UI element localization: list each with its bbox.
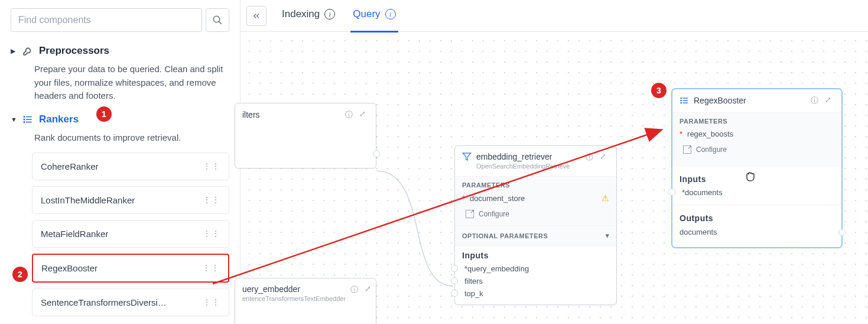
chevron-down-icon: ▼	[11, 116, 17, 123]
warning-icon[interactable]: ⚠	[602, 193, 609, 203]
input-port[interactable]	[668, 189, 675, 196]
drag-handle-icon[interactable]: ⋮⋮	[202, 265, 220, 270]
drag-handle-icon[interactable]: ⋮⋮	[203, 197, 220, 202]
list-icon	[22, 114, 33, 125]
svg-marker-8	[463, 153, 470, 160]
node-title: uery_embedder	[242, 284, 346, 294]
node-subtitle: OpenSearchEmbeddingRetrieve	[476, 163, 581, 170]
info-icon[interactable]: ⓘ	[350, 284, 360, 295]
input-filters: filters	[455, 275, 616, 287]
search-button[interactable]	[206, 8, 229, 32]
component-label: LostInTheMiddleRanker	[41, 195, 135, 205]
svg-point-14	[681, 102, 681, 103]
info-icon[interactable]: ⓘ	[811, 95, 820, 106]
component-item-cohereranker[interactable]: CohereRanker⋮⋮	[32, 153, 229, 180]
component-item-lostinthemiddle[interactable]: LostInTheMiddleRanker⋮⋮	[32, 186, 229, 214]
funnel-icon	[462, 152, 472, 161]
preprocessors-section-header[interactable]: ▶ Preprocessors	[11, 43, 229, 59]
annotation-badge-2: 2	[12, 267, 28, 282]
configure-button[interactable]: Configure	[680, 143, 834, 156]
output-port[interactable]	[838, 229, 846, 236]
section-title: Preprocessors	[39, 45, 109, 57]
node-query-embedder[interactable]: uery_embedder entenceTransformersTextEmb…	[235, 278, 376, 324]
svg-point-5	[24, 116, 25, 117]
drag-handle-icon[interactable]: ⋮⋮	[203, 164, 220, 169]
svg-point-6	[24, 119, 25, 120]
rankers-section-header[interactable]: ▼ Rankers	[11, 111, 229, 128]
info-icon[interactable]: i	[324, 9, 335, 20]
info-icon[interactable]: ⓘ	[345, 109, 355, 120]
chevron-double-left-icon	[252, 11, 261, 21]
tab-label: Indexing	[282, 8, 320, 20]
drag-handle-icon[interactable]: ⋮⋮	[203, 231, 220, 236]
rankers-desc: Rank documents to improve retrieval.	[34, 131, 229, 145]
annotation-badge-3: 3	[651, 83, 667, 98]
component-label: MetaFieldRanker	[41, 229, 108, 239]
svg-point-0	[213, 16, 220, 22]
node-title: RegexBooster	[694, 96, 806, 105]
node-embedding-retriever[interactable]: embedding_retriever OpenSearchEmbeddingR…	[454, 145, 617, 305]
svg-point-7	[24, 121, 25, 122]
input-top-k: top_k	[455, 287, 616, 300]
canvas[interactable]: ilters ⓘ ⤢ uery_embedder entenceTransfor…	[240, 32, 868, 324]
param-regex-boosts: *regex_boosts	[672, 127, 841, 141]
topbar: Indexing i Query i	[240, 0, 868, 32]
param-document-store: *document_store⚠	[455, 191, 616, 205]
svg-point-13	[681, 100, 681, 101]
configure-button[interactable]: Configure	[462, 208, 609, 221]
collapse-sidebar-button[interactable]	[246, 6, 266, 26]
outputs-label: Outputs	[672, 209, 841, 225]
component-label: CohereRanker	[41, 161, 99, 171]
node-subtitle: entenceTransformersTextEmbedder	[242, 295, 346, 302]
node-title: ilters	[242, 110, 340, 119]
canvas-area: Indexing i Query i ilters ⓘ ⤢	[240, 0, 868, 324]
input-port[interactable]	[451, 277, 458, 284]
node-title: embedding_retriever	[476, 152, 581, 161]
expand-icon[interactable]: ⤢	[825, 95, 834, 106]
component-item-sentencetransformers[interactable]: SentenceTransformersDiversi…⋮⋮	[32, 289, 229, 316]
svg-point-12	[681, 98, 681, 98]
output-port[interactable]	[373, 150, 380, 157]
chevron-down-icon: ▾	[606, 232, 610, 239]
info-icon[interactable]: ⓘ	[586, 152, 595, 163]
external-link-icon	[683, 145, 691, 154]
component-item-regexbooster[interactable]: RegexBooster⋮⋮	[32, 254, 229, 283]
tab-query[interactable]: Query i	[350, 8, 398, 24]
expand-icon[interactable]: ⤢	[365, 284, 374, 295]
chevron-right-icon: ▶	[11, 47, 17, 55]
parameters-label: PARAMETERS	[455, 177, 616, 191]
tab-indexing[interactable]: Indexing i	[279, 8, 337, 24]
expand-icon[interactable]: ⤢	[359, 109, 369, 120]
search-icon	[212, 15, 223, 25]
expand-icon[interactable]: ⤢	[600, 152, 609, 163]
component-item-metafield[interactable]: MetaFieldRanker⋮⋮	[32, 220, 229, 248]
input-port[interactable]	[451, 265, 458, 272]
node-filters[interactable]: ilters ⓘ ⤢	[235, 103, 376, 169]
svg-line-1	[219, 21, 222, 24]
component-label: RegexBooster	[41, 263, 97, 273]
external-link-icon	[466, 210, 474, 218]
output-documents: documents	[672, 225, 841, 239]
tab-label: Query	[353, 8, 380, 20]
wrench-icon	[22, 46, 33, 56]
input-port[interactable]	[451, 290, 458, 297]
node-regex-booster[interactable]: RegexBooster ⓘ ⤢ PARAMETERS *regex_boost…	[672, 89, 842, 248]
search-input[interactable]	[11, 8, 202, 32]
info-icon[interactable]: i	[385, 9, 396, 20]
optional-parameters-toggle[interactable]: OPTIONAL PARAMETERS▾	[455, 225, 616, 245]
grab-cursor-icon	[743, 169, 758, 186]
preprocessors-desc: Prepare your data to be queried. Clean a…	[34, 63, 229, 103]
parameters-label: PARAMETERS	[672, 113, 841, 127]
input-query-embedding: *query_embedding	[455, 263, 616, 275]
components-sidebar: ▶ Preprocessors Prepare your data to be …	[0, 0, 240, 324]
section-title: Rankers	[39, 114, 79, 125]
component-label: SentenceTransformersDiversi…	[41, 297, 167, 307]
drag-handle-icon[interactable]: ⋮⋮	[203, 300, 220, 304]
list-icon	[680, 96, 689, 105]
input-documents: *documents	[672, 186, 841, 199]
inputs-label: Inputs	[455, 246, 616, 263]
annotation-badge-1: 1	[96, 106, 112, 122]
